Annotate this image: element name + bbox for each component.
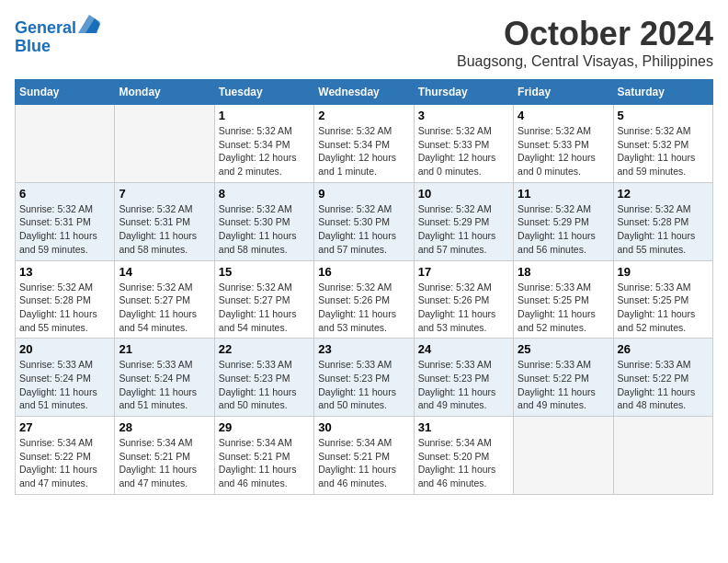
day-info: Sunrise: 5:32 AMSunset: 5:27 PMDaylight:… bbox=[219, 281, 310, 335]
calendar-cell: 11Sunrise: 5:32 AMSunset: 5:29 PMDayligh… bbox=[514, 182, 613, 260]
calendar-cell: 1Sunrise: 5:32 AMSunset: 5:34 PMDaylight… bbox=[214, 105, 313, 183]
calendar-header-row: SundayMondayTuesdayWednesdayThursdayFrid… bbox=[16, 80, 713, 105]
week-row-4: 20Sunrise: 5:33 AMSunset: 5:24 PMDayligh… bbox=[16, 339, 713, 417]
day-info: Sunrise: 5:33 AMSunset: 5:24 PMDaylight:… bbox=[119, 358, 210, 412]
day-info: Sunrise: 5:32 AMSunset: 5:31 PMDaylight:… bbox=[19, 202, 110, 257]
calendar-cell: 25Sunrise: 5:33 AMSunset: 5:22 PMDayligh… bbox=[514, 339, 613, 417]
day-number: 23 bbox=[318, 342, 409, 356]
calendar-cell: 26Sunrise: 5:33 AMSunset: 5:22 PMDayligh… bbox=[613, 339, 712, 417]
day-info: Sunrise: 5:32 AMSunset: 5:33 PMDaylight:… bbox=[518, 124, 609, 178]
day-number: 6 bbox=[19, 187, 110, 201]
calendar-cell: 14Sunrise: 5:32 AMSunset: 5:27 PMDayligh… bbox=[115, 260, 214, 339]
day-info: Sunrise: 5:33 AMSunset: 5:23 PMDaylight:… bbox=[318, 358, 409, 412]
column-header-tuesday: Tuesday bbox=[214, 80, 313, 105]
day-number: 19 bbox=[618, 265, 709, 279]
column-header-saturday: Saturday bbox=[613, 80, 712, 105]
day-number: 8 bbox=[219, 187, 310, 201]
calendar-cell: 12Sunrise: 5:32 AMSunset: 5:28 PMDayligh… bbox=[613, 182, 712, 260]
calendar-cell: 18Sunrise: 5:33 AMSunset: 5:25 PMDayligh… bbox=[514, 260, 613, 339]
day-info: Sunrise: 5:32 AMSunset: 5:26 PMDaylight:… bbox=[418, 281, 509, 335]
day-number: 5 bbox=[618, 109, 709, 122]
column-header-wednesday: Wednesday bbox=[314, 80, 414, 105]
day-info: Sunrise: 5:32 AMSunset: 5:31 PMDaylight:… bbox=[119, 202, 210, 257]
day-number: 14 bbox=[119, 265, 210, 279]
calendar-table: SundayMondayTuesdayWednesdayThursdayFrid… bbox=[15, 79, 713, 495]
day-info: Sunrise: 5:32 AMSunset: 5:32 PMDaylight:… bbox=[618, 124, 709, 178]
day-info: Sunrise: 5:32 AMSunset: 5:27 PMDaylight:… bbox=[119, 281, 210, 335]
calendar-cell bbox=[16, 105, 115, 183]
week-row-2: 6Sunrise: 5:32 AMSunset: 5:31 PMDaylight… bbox=[16, 182, 713, 260]
day-info: Sunrise: 5:33 AMSunset: 5:25 PMDaylight:… bbox=[518, 281, 609, 335]
calendar-cell: 29Sunrise: 5:34 AMSunset: 5:21 PMDayligh… bbox=[214, 417, 313, 495]
day-info: Sunrise: 5:33 AMSunset: 5:22 PMDaylight:… bbox=[518, 358, 609, 412]
day-number: 12 bbox=[618, 187, 709, 201]
column-header-monday: Monday bbox=[115, 80, 214, 105]
day-info: Sunrise: 5:32 AMSunset: 5:30 PMDaylight:… bbox=[318, 202, 409, 257]
column-header-thursday: Thursday bbox=[414, 80, 513, 105]
calendar-cell: 4Sunrise: 5:32 AMSunset: 5:33 PMDaylight… bbox=[514, 105, 613, 183]
calendar-cell bbox=[613, 417, 712, 495]
day-number: 9 bbox=[318, 187, 409, 201]
calendar-cell: 20Sunrise: 5:33 AMSunset: 5:24 PMDayligh… bbox=[16, 339, 115, 417]
day-number: 1 bbox=[219, 109, 310, 122]
calendar-cell: 19Sunrise: 5:33 AMSunset: 5:25 PMDayligh… bbox=[613, 260, 712, 339]
day-info: Sunrise: 5:34 AMSunset: 5:21 PMDaylight:… bbox=[119, 436, 210, 490]
calendar-cell bbox=[514, 417, 613, 495]
calendar-cell: 9Sunrise: 5:32 AMSunset: 5:30 PMDaylight… bbox=[314, 182, 414, 260]
day-number: 4 bbox=[518, 109, 609, 122]
day-number: 2 bbox=[318, 109, 409, 122]
calendar-cell: 27Sunrise: 5:34 AMSunset: 5:22 PMDayligh… bbox=[16, 417, 115, 495]
week-row-1: 1Sunrise: 5:32 AMSunset: 5:34 PMDaylight… bbox=[16, 105, 713, 183]
day-number: 7 bbox=[119, 187, 210, 201]
day-number: 27 bbox=[19, 420, 110, 434]
location-title: Buagsong, Central Visayas, Philippines bbox=[457, 53, 713, 70]
day-number: 30 bbox=[318, 420, 409, 434]
day-info: Sunrise: 5:34 AMSunset: 5:20 PMDaylight:… bbox=[418, 436, 509, 490]
day-number: 25 bbox=[518, 342, 609, 356]
week-row-3: 13Sunrise: 5:32 AMSunset: 5:28 PMDayligh… bbox=[16, 260, 713, 339]
day-info: Sunrise: 5:34 AMSunset: 5:21 PMDaylight:… bbox=[318, 436, 409, 490]
calendar-cell: 31Sunrise: 5:34 AMSunset: 5:20 PMDayligh… bbox=[414, 417, 513, 495]
day-info: Sunrise: 5:32 AMSunset: 5:28 PMDaylight:… bbox=[19, 281, 110, 335]
calendar-cell: 10Sunrise: 5:32 AMSunset: 5:29 PMDayligh… bbox=[414, 182, 513, 260]
day-number: 18 bbox=[518, 265, 609, 279]
day-info: Sunrise: 5:33 AMSunset: 5:23 PMDaylight:… bbox=[418, 358, 509, 412]
calendar-cell: 7Sunrise: 5:32 AMSunset: 5:31 PMDaylight… bbox=[115, 182, 214, 260]
day-number: 13 bbox=[19, 265, 110, 279]
calendar-cell: 16Sunrise: 5:32 AMSunset: 5:26 PMDayligh… bbox=[314, 260, 414, 339]
day-info: Sunrise: 5:33 AMSunset: 5:24 PMDaylight:… bbox=[19, 358, 110, 412]
calendar-cell bbox=[115, 105, 214, 183]
logo-line1: General bbox=[15, 18, 76, 37]
calendar-cell: 6Sunrise: 5:32 AMSunset: 5:31 PMDaylight… bbox=[16, 182, 115, 260]
day-number: 29 bbox=[219, 420, 310, 434]
day-info: Sunrise: 5:32 AMSunset: 5:26 PMDaylight:… bbox=[318, 281, 409, 335]
month-title: October 2024 bbox=[457, 15, 713, 53]
calendar-cell: 5Sunrise: 5:32 AMSunset: 5:32 PMDaylight… bbox=[613, 105, 712, 183]
calendar-cell: 15Sunrise: 5:32 AMSunset: 5:27 PMDayligh… bbox=[214, 260, 313, 339]
day-number: 20 bbox=[19, 342, 110, 356]
day-info: Sunrise: 5:32 AMSunset: 5:34 PMDaylight:… bbox=[318, 124, 409, 178]
day-info: Sunrise: 5:33 AMSunset: 5:25 PMDaylight:… bbox=[618, 281, 709, 335]
day-number: 21 bbox=[119, 342, 210, 356]
day-info: Sunrise: 5:32 AMSunset: 5:29 PMDaylight:… bbox=[518, 202, 609, 257]
column-header-friday: Friday bbox=[514, 80, 613, 105]
day-number: 16 bbox=[318, 265, 409, 279]
day-number: 17 bbox=[418, 265, 509, 279]
page-header: General Blue October 2024 Buagsong, Cent… bbox=[15, 15, 713, 70]
calendar-cell: 21Sunrise: 5:33 AMSunset: 5:24 PMDayligh… bbox=[115, 339, 214, 417]
day-info: Sunrise: 5:32 AMSunset: 5:30 PMDaylight:… bbox=[219, 202, 310, 257]
calendar-cell: 30Sunrise: 5:34 AMSunset: 5:21 PMDayligh… bbox=[314, 417, 414, 495]
calendar-body: 1Sunrise: 5:32 AMSunset: 5:34 PMDaylight… bbox=[16, 105, 713, 495]
day-number: 11 bbox=[518, 187, 609, 201]
logo-text: General bbox=[15, 15, 100, 38]
calendar-cell: 22Sunrise: 5:33 AMSunset: 5:23 PMDayligh… bbox=[214, 339, 313, 417]
day-number: 31 bbox=[418, 420, 509, 434]
day-number: 10 bbox=[418, 187, 509, 201]
calendar-cell: 17Sunrise: 5:32 AMSunset: 5:26 PMDayligh… bbox=[414, 260, 513, 339]
day-info: Sunrise: 5:32 AMSunset: 5:34 PMDaylight:… bbox=[219, 124, 310, 178]
calendar-cell: 2Sunrise: 5:32 AMSunset: 5:34 PMDaylight… bbox=[314, 105, 414, 183]
column-header-sunday: Sunday bbox=[16, 80, 115, 105]
day-info: Sunrise: 5:32 AMSunset: 5:33 PMDaylight:… bbox=[418, 124, 509, 178]
day-info: Sunrise: 5:32 AMSunset: 5:29 PMDaylight:… bbox=[418, 202, 509, 257]
day-number: 22 bbox=[219, 342, 310, 356]
